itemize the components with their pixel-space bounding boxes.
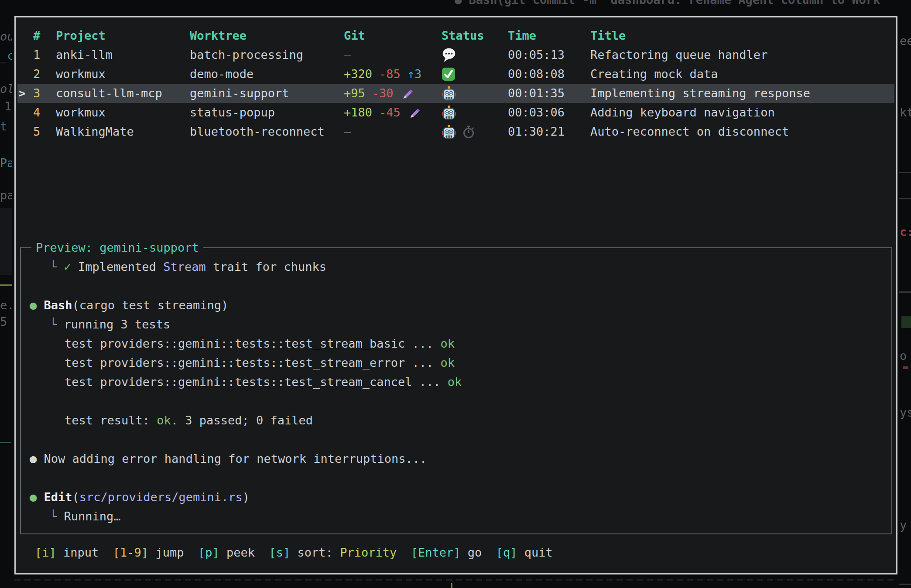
background-text-fragment: ou bbox=[0, 30, 12, 43]
sort-mode-value: Priority bbox=[340, 546, 397, 559]
table-header-row: # Project Worktree Git Status Time Title bbox=[17, 26, 894, 45]
git-additions: +180 bbox=[344, 103, 372, 122]
git-empty: – bbox=[344, 122, 351, 141]
paren: ) bbox=[243, 490, 250, 504]
project-name: WalkingMate bbox=[56, 122, 190, 141]
keybinding-bar: [i] input [1-9] jump [p] peek [s] sort: … bbox=[35, 543, 553, 562]
key-label: jump bbox=[155, 546, 184, 559]
background-divider bbox=[899, 584, 911, 585]
key-input[interactable]: [i] bbox=[35, 546, 56, 559]
background-terminal-line: ● Bash(git commit -m "dashboard: rename … bbox=[455, 0, 880, 7]
table-row[interactable]: 4 workmux status-popup +180 -45 00:03:06… bbox=[17, 103, 894, 122]
session-title: Creating mock data bbox=[590, 65, 894, 84]
worktree-name: gemini-support bbox=[190, 84, 344, 103]
preview-title: Preview: gemini-support bbox=[31, 239, 203, 256]
column-header-worktree: Worktree bbox=[190, 26, 344, 45]
background-text-fragment: e. bbox=[0, 298, 12, 312]
table-row[interactable]: 5 WalkingMate bluetooth-reconnect – 01:3… bbox=[17, 122, 894, 141]
background-text-fragment: pa bbox=[0, 188, 12, 202]
git-additions: +95 bbox=[344, 84, 365, 103]
running-tests-text: running 3 tests bbox=[57, 318, 170, 331]
pencil-icon bbox=[408, 106, 421, 120]
background-diff-block bbox=[901, 316, 911, 328]
session-title: Auto-reconnect on disconnect bbox=[590, 122, 894, 141]
column-header-time: Time bbox=[508, 26, 590, 45]
column-header-num: # bbox=[33, 26, 56, 45]
background-cursor-tick bbox=[451, 583, 452, 588]
preview-line-running: └ Running… bbox=[21, 507, 891, 526]
test-output-line: test providers::gemini::tests::test_stre… bbox=[21, 373, 891, 392]
key-peek[interactable]: [p] bbox=[198, 546, 219, 559]
session-table: # Project Worktree Git Status Time Title… bbox=[16, 26, 896, 141]
row-number: 2 bbox=[33, 65, 56, 84]
background-text-fragment: o bbox=[900, 349, 911, 362]
test-result-ok: ok bbox=[157, 414, 171, 427]
preview-line-implemented: └ ✓ Implemented Stream trait for chunks bbox=[21, 257, 891, 277]
key-label: peek bbox=[226, 546, 255, 559]
test-ok-status: ok bbox=[448, 375, 462, 389]
robot-icon bbox=[442, 105, 456, 120]
check-mark-icon bbox=[442, 67, 456, 81]
stopwatch-icon bbox=[462, 125, 476, 139]
project-name: consult-llm-mcp bbox=[56, 84, 190, 103]
row-number: 5 bbox=[33, 122, 56, 141]
stream-keyword: Stream bbox=[163, 260, 206, 273]
project-name: anki-llm bbox=[56, 45, 190, 65]
row-number: 4 bbox=[33, 103, 56, 122]
impl-text-tail: trait for chunks bbox=[206, 260, 326, 273]
tool-name: Bash bbox=[44, 298, 72, 312]
check-glyph: ✓ bbox=[64, 260, 71, 273]
session-title: Implementing streaming response bbox=[590, 84, 894, 103]
tree-connector: └ bbox=[50, 260, 57, 273]
test-name: test providers::gemini::tests::test_stre… bbox=[65, 356, 441, 369]
key-quit[interactable]: [q] bbox=[496, 546, 517, 559]
column-header-title: Title bbox=[590, 26, 894, 45]
test-name: test providers::gemini::tests::test_stre… bbox=[65, 375, 448, 389]
session-time: 01:30:21 bbox=[508, 122, 590, 141]
column-header-project: Project bbox=[56, 26, 190, 45]
worktree-name: demo-mode bbox=[190, 65, 344, 84]
background-text-fragment: 1 bbox=[0, 99, 12, 113]
background-divider bbox=[899, 172, 911, 173]
column-header-status: Status bbox=[442, 26, 508, 45]
session-title: Refactoring queue handler bbox=[590, 45, 894, 65]
preview-pane: Preview: gemini-support └ ✓ Implemented … bbox=[20, 247, 892, 534]
session-time: 00:03:06 bbox=[508, 103, 590, 122]
background-divider bbox=[899, 291, 911, 293]
git-unpushed: ↑3 bbox=[408, 65, 422, 84]
key-label: sort: bbox=[298, 546, 333, 559]
file-path: src/providers/gemini.rs bbox=[79, 490, 243, 504]
background-text-fragment: ol bbox=[0, 82, 12, 96]
tree-connector: └ bbox=[50, 318, 57, 331]
background-divider bbox=[0, 284, 12, 286]
background-text-fragment: t bbox=[0, 120, 12, 133]
key-jump[interactable]: [1-9] bbox=[113, 546, 148, 559]
paren: ( bbox=[72, 490, 79, 504]
pencil-icon bbox=[401, 86, 414, 100]
key-label: go bbox=[468, 546, 482, 559]
preview-line-edit: ● Edit(src/providers/gemini.rs) bbox=[21, 488, 891, 507]
table-row[interactable]: 2 workmux demo-mode +320 -85 ↑3 00:08:08… bbox=[17, 65, 894, 84]
impl-text: Implemented bbox=[71, 260, 163, 273]
key-label: quit bbox=[524, 546, 553, 559]
background-status-line bbox=[14, 579, 897, 581]
tree-connector: └ bbox=[50, 509, 57, 523]
column-header-git: Git bbox=[344, 26, 442, 45]
background-text-fragment: y bbox=[900, 518, 911, 532]
key-sort[interactable]: [s] bbox=[269, 546, 291, 559]
key-input-label bbox=[56, 546, 63, 559]
test-output-line: test providers::gemini::tests::test_stre… bbox=[21, 353, 891, 373]
test-result-line: test result: ok. 3 passed; 0 failed bbox=[21, 411, 891, 430]
tool-bullet: ● bbox=[30, 298, 37, 312]
tool-bullet: ● bbox=[30, 490, 37, 504]
key-enter[interactable]: [Enter] bbox=[411, 546, 461, 559]
preview-line-bash: ● Bash(cargo test streaming) bbox=[21, 296, 891, 315]
key-label: input bbox=[63, 546, 99, 559]
background-text-fragment: ys bbox=[900, 406, 911, 419]
background-text-fragment: Pa bbox=[0, 156, 12, 170]
session-title: Adding keyboard navigation bbox=[590, 103, 894, 122]
table-row[interactable]: 1 anki-llm batch-processing – 00:05:13 R… bbox=[17, 45, 894, 65]
table-row-selected[interactable]: > 3 consult-llm-mcp gemini-support +95 -… bbox=[17, 84, 894, 103]
tool-args: (cargo test streaming) bbox=[72, 298, 229, 312]
test-result-counts: . 3 passed; 0 failed bbox=[171, 414, 313, 427]
